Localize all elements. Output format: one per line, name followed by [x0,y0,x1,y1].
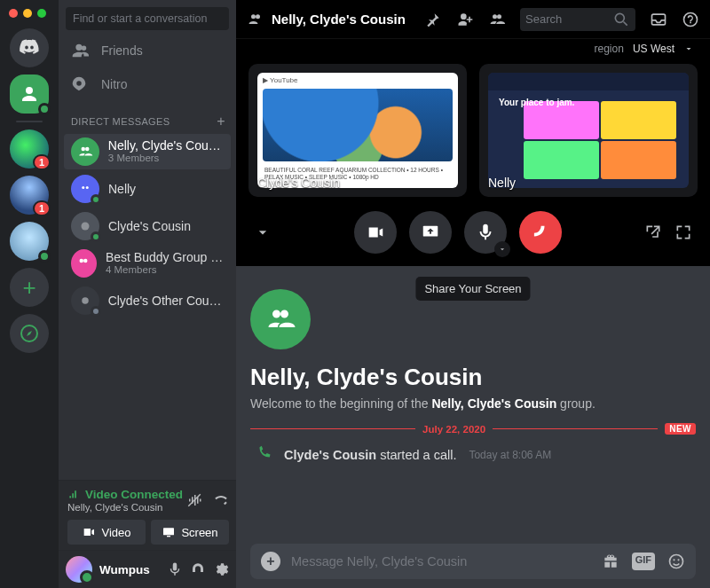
dm-item-nelly[interactable]: Nelly [64,171,231,207]
zoom-window-dot[interactable] [37,9,46,18]
camera-icon [82,525,96,539]
share-screen-tooltip: Share Your Screen [415,277,530,301]
popout-icon[interactable] [644,223,662,241]
people-icon [264,303,296,335]
nitro-nav[interactable]: Nitro [59,67,236,101]
chevron-down-icon [683,43,694,54]
main-panel: Nelly, Clyde's Cousin Search region US W… [236,0,710,588]
mic-options-icon[interactable] [494,241,510,257]
friends-nav[interactable]: Friends [59,34,236,67]
video-button[interactable]: Video [67,520,146,545]
gift-icon[interactable] [602,553,619,570]
user-avatar [71,212,99,240]
toggle-camera-button[interactable] [354,211,397,254]
emoji-icon[interactable] [667,553,685,570]
mic-icon [476,223,495,242]
dm-item-clydes-other-cousin[interactable]: Clyde's Other Cousin [64,283,231,318]
friends-icon [69,41,89,60]
dm-sidebar: Find or start a conversation Friends Nit… [59,0,236,588]
window-traffic-lights [9,5,46,21]
svg-point-9 [684,12,698,26]
collapse-call-icon[interactable] [254,223,272,241]
voice-status[interactable]: Video Connected [67,488,183,501]
status-offline-icon [91,306,101,317]
close-window-dot[interactable] [9,9,18,18]
shared-screen-preview: Your place to jam. [488,73,689,188]
svg-rect-6 [163,528,174,535]
status-online-icon [38,250,51,263]
group-avatar-large [250,289,311,349]
svg-point-1 [82,186,84,189]
call-area: BEAUTIFUL CORAL REEF AQUARIUM COLLECTION… [236,57,710,266]
voice-channel-name: Nelly, Clyde's Cousin [67,502,183,513]
toggle-mic-button[interactable] [464,211,507,254]
message-timestamp: Today at 8:06 AM [469,449,551,461]
camera-icon [366,223,385,242]
member-list-icon[interactable] [488,11,506,28]
user-bar: Wumpus [59,550,236,588]
self-avatar[interactable] [66,556,92,583]
nitro-label: Nitro [101,77,128,91]
gif-button[interactable]: GIF [632,553,655,570]
screen-share-icon [421,223,440,242]
compass-icon [19,323,40,344]
dm-section-label: DIRECT MESSAGES [71,116,170,127]
dm-item-clydes-cousin[interactable]: Clyde's Cousin [64,208,231,244]
svg-point-2 [86,186,89,189]
svg-point-4 [82,297,89,304]
search-icon [612,11,630,28]
create-dm-button[interactable]: + [217,114,225,129]
person-icon [19,83,40,105]
dm-item-group-nelly-clyde[interactable]: Nelly, Clyde's Cousin3 Members [64,134,231,169]
region-selector[interactable]: region US West [236,39,710,57]
self-username[interactable]: Wumpus [99,563,160,576]
noise-suppression-icon[interactable] [186,492,202,508]
deafen-icon[interactable] [190,561,206,577]
voice-panel: Video Connected Nelly, Clyde's Cousin Vi… [59,480,236,550]
new-badge: NEW [665,423,696,435]
video-tile-clydes-cousin[interactable]: BEAUTIFUL CORAL REEF AQUARIUM COLLECTION… [248,64,467,197]
pin-icon[interactable] [424,11,442,28]
dm-item-best-buddy-group[interactable]: Best Buddy Group Ever4 Members [64,246,231,281]
message-input[interactable]: + Message Nelly, Clyde's Cousin GIF [250,544,696,579]
video-tile-nelly[interactable]: Your place to jam. Nelly [479,64,698,197]
share-screen-call-button[interactable] [409,211,452,254]
message-search-input[interactable]: Search [520,8,635,31]
minimize-window-dot[interactable] [23,9,32,18]
server-rail: 1 1 + [0,0,59,588]
new-messages-divider: July 22, 2020 NEW [250,423,696,435]
user-settings-icon[interactable] [213,561,229,577]
server-1[interactable]: 1 [10,129,49,169]
svg-point-13 [677,559,679,561]
svg-point-12 [673,559,674,561]
status-online-icon [91,231,101,242]
group-avatar-icon [71,137,99,166]
hangup-icon [531,223,550,242]
status-online-icon [38,103,51,115]
end-call-button[interactable] [519,211,562,254]
friends-label: Friends [101,43,143,58]
unread-badge: 1 [33,200,51,216]
attach-button[interactable]: + [261,552,280,571]
status-online-icon [91,194,101,205]
region-label: region [595,43,624,55]
explore-servers-button[interactable] [10,314,49,353]
chat-title: Nelly, Clyde's Cousin [250,364,696,391]
system-message-call[interactable]: Clyde's Cousin started a call. Today at … [250,442,696,470]
screen-share-button[interactable]: Screen [151,520,229,545]
mute-mic-icon[interactable] [167,561,183,577]
fullscreen-icon[interactable] [674,223,692,241]
conversation-search-input[interactable]: Find or start a conversation [66,7,229,30]
divider-date: July 22, 2020 [422,424,485,435]
add-server-button[interactable]: + [10,268,49,307]
add-friends-icon[interactable] [456,11,474,28]
disconnect-icon[interactable] [213,492,229,508]
tile-label: Nelly [488,176,516,190]
inbox-icon[interactable] [650,11,667,28]
dm-avatar-active[interactable] [10,74,49,114]
home-button[interactable] [10,28,49,67]
server-2[interactable]: 1 [10,176,49,215]
dm-section-header: DIRECT MESSAGES + [59,101,236,133]
server-3[interactable] [10,222,49,261]
help-icon[interactable] [682,11,699,28]
